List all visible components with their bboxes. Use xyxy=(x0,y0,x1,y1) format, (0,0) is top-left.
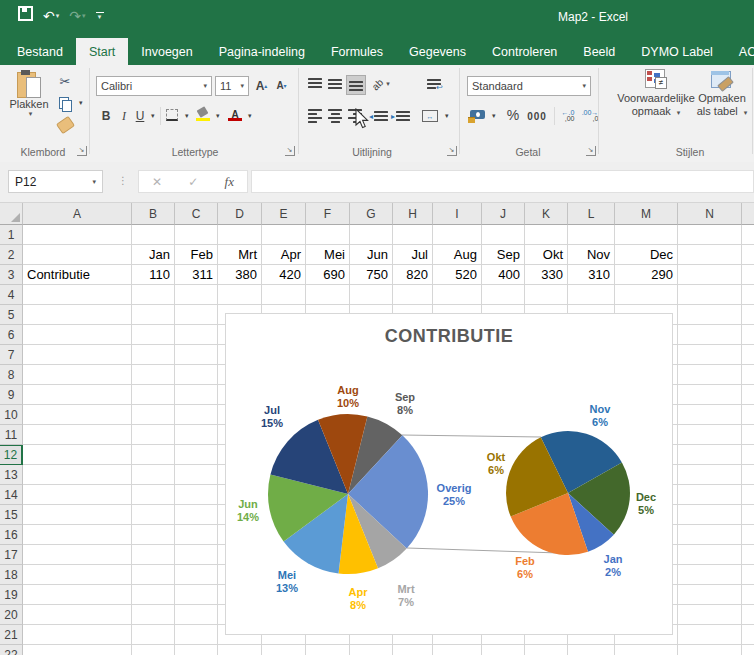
font-size-combobox[interactable]: 11 ▾ xyxy=(215,76,249,96)
column-header-F[interactable]: F xyxy=(306,203,350,225)
cell-K22[interactable] xyxy=(525,645,568,655)
cell-C22[interactable] xyxy=(175,645,218,655)
copy-caret-icon[interactable]: ▾ xyxy=(79,99,83,107)
cell-D4[interactable] xyxy=(218,285,262,305)
borders-caret-icon[interactable]: ▾ xyxy=(185,112,189,120)
cancel-button[interactable]: ✕ xyxy=(152,175,162,189)
cell-B17[interactable] xyxy=(132,545,175,565)
cell-x20[interactable] xyxy=(742,605,754,625)
cell-N18[interactable] xyxy=(678,565,742,585)
cell-x18[interactable] xyxy=(742,565,754,585)
cell-B7[interactable] xyxy=(132,345,175,365)
cell-H4[interactable] xyxy=(393,285,433,305)
row-header-11[interactable]: 11 xyxy=(0,425,23,445)
cell-I3[interactable]: 520 xyxy=(433,265,482,285)
cell-H22[interactable] xyxy=(393,645,433,655)
cell-x21[interactable] xyxy=(742,625,754,645)
cell-B19[interactable] xyxy=(132,585,175,605)
cell-C18[interactable] xyxy=(175,565,218,585)
cell-C14[interactable] xyxy=(175,485,218,505)
formula-bar-grip[interactable]: ⋮ xyxy=(118,175,128,186)
cell-F3[interactable]: 690 xyxy=(306,265,350,285)
row-header-15[interactable]: 15 xyxy=(0,505,23,525)
cell-x19[interactable] xyxy=(742,585,754,605)
cell-G22[interactable] xyxy=(350,645,393,655)
cell-x16[interactable] xyxy=(742,525,754,545)
row-header-4[interactable]: 4 xyxy=(0,285,23,305)
cell-N9[interactable] xyxy=(678,385,742,405)
cell-B21[interactable] xyxy=(132,625,175,645)
tab-gegevens[interactable]: Gegevens xyxy=(396,38,479,65)
cell-N11[interactable] xyxy=(678,425,742,445)
cell-N19[interactable] xyxy=(678,585,742,605)
cell-B9[interactable] xyxy=(132,385,175,405)
cell-M22[interactable] xyxy=(615,645,678,655)
increase-font-button[interactable]: A▴ xyxy=(253,76,270,95)
column-header-C[interactable]: C xyxy=(175,203,218,225)
align-center-button[interactable] xyxy=(326,107,344,125)
cell-A20[interactable] xyxy=(23,605,132,625)
cell-E2[interactable]: Apr xyxy=(262,245,306,265)
cell-B6[interactable] xyxy=(132,325,175,345)
row-header-14[interactable]: 14 xyxy=(0,485,23,505)
cell-J2[interactable]: Sep xyxy=(482,245,525,265)
borders-button[interactable] xyxy=(166,109,178,121)
cell-G1[interactable] xyxy=(350,225,393,245)
cell-L2[interactable]: Nov xyxy=(568,245,615,265)
row-header-3[interactable]: 3 xyxy=(0,265,23,285)
underline-button[interactable]: U xyxy=(133,107,147,125)
percent-style-button[interactable]: % xyxy=(503,106,523,124)
cell-x4[interactable] xyxy=(742,285,754,305)
column-header-L[interactable]: L xyxy=(568,203,615,225)
cell-K1[interactable] xyxy=(525,225,568,245)
cell-C9[interactable] xyxy=(175,385,218,405)
row-header-9[interactable]: 9 xyxy=(0,385,23,405)
row-header-20[interactable]: 20 xyxy=(0,605,23,625)
column-header-partial[interactable] xyxy=(742,203,754,225)
cell-B13[interactable] xyxy=(132,465,175,485)
fill-color-caret-icon[interactable]: ▾ xyxy=(216,112,220,120)
font-color-button[interactable]: A xyxy=(228,108,242,121)
cell-F1[interactable] xyxy=(306,225,350,245)
cell-C6[interactable] xyxy=(175,325,218,345)
cell-x14[interactable] xyxy=(742,485,754,505)
clipboard-dialog-launcher[interactable]: ↘ xyxy=(77,146,87,156)
cell-B8[interactable] xyxy=(132,365,175,385)
bold-button[interactable]: B xyxy=(98,107,114,125)
column-header-J[interactable]: J xyxy=(482,203,525,225)
cell-M4[interactable] xyxy=(615,285,678,305)
insert-function-button[interactable]: fx xyxy=(225,174,234,190)
cell-B1[interactable] xyxy=(132,225,175,245)
cell-N6[interactable] xyxy=(678,325,742,345)
cell-A9[interactable] xyxy=(23,385,132,405)
cell-N17[interactable] xyxy=(678,545,742,565)
decrease-decimal-button[interactable]: .00→,0 xyxy=(580,107,600,125)
undo-button[interactable]: ↶ ▾ xyxy=(43,9,59,23)
cell-E1[interactable] xyxy=(262,225,306,245)
cell-K4[interactable] xyxy=(525,285,568,305)
tab-beeld[interactable]: Beeld xyxy=(570,38,628,65)
row-header-13[interactable]: 13 xyxy=(0,465,23,485)
cell-J4[interactable] xyxy=(482,285,525,305)
paste-button[interactable]: Plakken ▾ xyxy=(6,70,52,142)
tab-start[interactable]: Start xyxy=(76,38,128,65)
increase-decimal-button[interactable]: ←.0,00 xyxy=(558,107,578,125)
cell-C8[interactable] xyxy=(175,365,218,385)
cell-N20[interactable] xyxy=(678,605,742,625)
font-name-combobox[interactable]: Calibri ▾ xyxy=(96,76,212,96)
cell-I2[interactable]: Aug xyxy=(433,245,482,265)
cell-B15[interactable] xyxy=(132,505,175,525)
tab-bestand[interactable]: Bestand xyxy=(4,38,76,65)
number-format-combobox[interactable]: Standaard ▾ xyxy=(467,76,591,96)
cell-N3[interactable] xyxy=(678,265,742,285)
tab-formules[interactable]: Formules xyxy=(318,38,396,65)
cell-N1[interactable] xyxy=(678,225,742,245)
cell-N16[interactable] xyxy=(678,525,742,545)
formula-input[interactable] xyxy=(251,170,754,193)
cell-A22[interactable] xyxy=(23,645,132,655)
cell-A19[interactable] xyxy=(23,585,132,605)
wrap-text-button[interactable]: ↩ xyxy=(424,75,444,93)
cell-x11[interactable] xyxy=(742,425,754,445)
tab-dymo-label[interactable]: DYMO Label xyxy=(628,38,726,65)
row-header-17[interactable]: 17 xyxy=(0,545,23,565)
